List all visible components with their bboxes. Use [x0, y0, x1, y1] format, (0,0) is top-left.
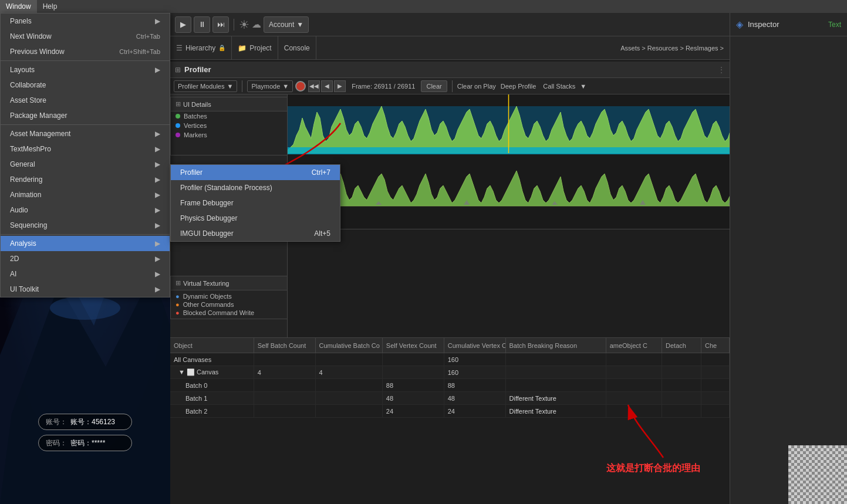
more-icon[interactable]: ⋮: [718, 66, 725, 74]
table-row[interactable]: ▼ ⬜ Canvas 4 4 160: [170, 366, 730, 379]
td-sv: [383, 353, 444, 366]
td-sb4: [254, 392, 316, 404]
playmode-btn[interactable]: Playmode ▼: [247, 80, 293, 92]
dropdown-next-window[interactable]: Next Window Ctrl+Tab: [1, 29, 170, 44]
profiler-title: Profiler: [184, 65, 211, 74]
table-headers: Object Self Batch Count Cumulative Batch…: [170, 338, 730, 353]
dropdown-prev-window[interactable]: Previous Window Ctrl+Shift+Tab: [1, 44, 170, 59]
dropdown-rendering[interactable]: Rendering ▶: [1, 172, 170, 187]
account-dropdown[interactable]: Account ▼: [264, 16, 309, 33]
console-tab[interactable]: Console: [278, 36, 316, 59]
dropdown-analysis[interactable]: Analysis ▶: [1, 236, 170, 251]
table-row[interactable]: Batch 0 88 88: [170, 379, 730, 392]
toolbar: ▶ ⏸ ⏭ ☀ ☁ Account ▼: [170, 13, 730, 36]
menu-bar: Window Help: [0, 0, 847, 13]
chevron-down-icon: ▼: [296, 21, 303, 29]
dropdown-sequencing[interactable]: Sequencing ▶: [1, 218, 170, 233]
submenu-physics-debugger[interactable]: Physics Debugger: [171, 211, 340, 226]
td-reason2: [506, 366, 606, 378]
account-field[interactable]: 账号： 账号：456123: [38, 414, 132, 430]
dropdown-collaborate[interactable]: Collaborate: [1, 77, 170, 93]
cloud-icon[interactable]: ☁: [252, 19, 261, 30]
dropdown-asset-store[interactable]: Asset Store: [1, 93, 170, 108]
profiler-toolbar: Profiler Modules ▼ Playmode ▼ ◀◀ ◀ ▶ Fra…: [170, 78, 730, 94]
profiler-titlebar: ⊞ Profiler ⋮: [170, 62, 730, 78]
virtual-texturing: ⊞ Virtual Texturing ● Dynamic Objects ● …: [170, 276, 288, 319]
dropdown-asset-management[interactable]: Asset Management ▶: [1, 126, 170, 141]
td-go2: [606, 366, 662, 378]
th-che: Che: [701, 338, 730, 353]
td-sv4: 48: [383, 392, 444, 404]
call-stacks-btn[interactable]: Call Stacks: [541, 83, 578, 90]
submenu-profiler-standalone[interactable]: Profiler (Standalone Process): [171, 180, 340, 195]
ui-details-header: ⊞ UI Details: [171, 97, 287, 111]
arrow-icon: ▶: [155, 255, 160, 263]
dropdown-panels[interactable]: Panels ▶: [1, 13, 170, 29]
submenu-profiler[interactable]: Profiler Ctrl+7: [171, 165, 340, 180]
td-sv3: 88: [383, 379, 444, 391]
menu-window[interactable]: Window: [0, 0, 37, 13]
vt-items: ● Dynamic Objects ● Other Commands ● Blo…: [171, 290, 287, 319]
vertices-item: Vertices: [171, 121, 287, 130]
lock-icon: 🔒: [218, 45, 225, 51]
th-object: Object: [170, 338, 254, 353]
submenu-imgui-debugger[interactable]: IMGUI Debugger Alt+5: [171, 226, 340, 241]
table-row[interactable]: Batch 2 24 24 Different Texture: [170, 405, 730, 418]
td-go5: [606, 405, 662, 417]
step-button[interactable]: ⏭: [212, 16, 229, 33]
menu-help[interactable]: Help: [37, 0, 63, 13]
td-det: [662, 353, 701, 366]
td-object: All Canvases: [170, 353, 254, 366]
prev-btn[interactable]: ◀: [321, 80, 333, 92]
profiler-modules-btn[interactable]: Profiler Modules ▼: [174, 80, 237, 92]
td-cv2: 160: [444, 366, 506, 378]
password-field[interactable]: 密码： 密码：*****: [38, 435, 132, 451]
table-row[interactable]: Batch 1 48 48 Different Texture: [170, 392, 730, 405]
clear-on-play[interactable]: Clear on Play: [457, 83, 496, 90]
td-che4: [701, 392, 730, 404]
project-tab[interactable]: 📁 Project: [232, 36, 278, 59]
prev-frame-btn[interactable]: ◀◀: [308, 80, 320, 92]
dropdown-ai[interactable]: AI ▶: [1, 266, 170, 282]
record-button[interactable]: [295, 81, 306, 92]
clear-btn[interactable]: Clear: [421, 80, 447, 92]
dropdown-audio[interactable]: Audio ▶: [1, 202, 170, 218]
td-sv2: [383, 366, 444, 378]
dropdown-textmeshpro[interactable]: TextMeshPro ▶: [1, 141, 170, 157]
dropdown-animation[interactable]: Animation ▶: [1, 187, 170, 202]
dropdown-ui-toolkit[interactable]: UI Toolkit ▶: [1, 282, 170, 297]
arrow-icon: ▶: [155, 270, 160, 278]
dropdown-general[interactable]: General ▶: [1, 157, 170, 172]
inspector-panel: [730, 36, 847, 504]
checkered-pattern: [788, 445, 847, 504]
th-self-batch: Self Batch Count: [254, 338, 316, 353]
sun-icon[interactable]: ☀: [239, 18, 249, 32]
td-cv4: 48: [444, 392, 506, 404]
td-che: [701, 353, 730, 366]
dropdown-layouts[interactable]: Layouts ▶: [1, 62, 170, 77]
td-object5: Batch 2: [170, 405, 254, 417]
inspector-label: Inspector: [748, 20, 779, 29]
arrow-icon: ▶: [155, 221, 160, 229]
next-btn[interactable]: ▶: [334, 80, 346, 92]
dropdown-2d[interactable]: 2D ▶: [1, 251, 170, 266]
grid-icon2: ⊞: [176, 100, 181, 108]
td-cv5: 24: [444, 405, 506, 417]
performance-chart: 1ms (1000FPS): [288, 94, 730, 229]
arrow-icon: ▶: [155, 206, 160, 214]
submenu-frame-debugger[interactable]: Frame Debugger: [171, 195, 340, 211]
panels-row: ☰ Hierarchy 🔒 📁 Project Console Assets >…: [170, 36, 730, 60]
dropdown-package-manager[interactable]: Package Manager: [1, 108, 170, 123]
deep-profile-btn[interactable]: Deep Profile: [498, 83, 539, 90]
pause-button[interactable]: ⏸: [194, 16, 210, 33]
login-area: 账号： 账号：456123 密码： 密码：*****: [0, 414, 170, 451]
td-che2: [701, 366, 730, 378]
arrow-icon: ▶: [155, 160, 160, 168]
chevron-icon3: ▼: [580, 83, 586, 90]
hierarchy-tab[interactable]: ☰ Hierarchy 🔒: [170, 36, 232, 59]
table-row[interactable]: All Canvases 160: [170, 353, 730, 366]
batches-item: Batches: [171, 111, 287, 121]
td-go3: [606, 379, 662, 391]
play-button[interactable]: ▶: [175, 16, 191, 33]
folder-icon: 📁: [238, 44, 247, 52]
